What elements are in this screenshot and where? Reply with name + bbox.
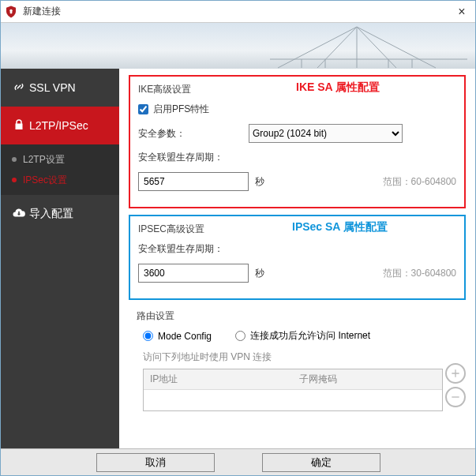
- ipsec-annotation: IPSec SA 属性配置: [292, 220, 388, 234]
- sidebar-item-import[interactable]: 导入配置: [1, 195, 119, 233]
- dot-icon: [12, 157, 17, 162]
- window-title: 新建连接: [23, 5, 448, 18]
- mode-config-option[interactable]: Mode Config: [143, 331, 212, 342]
- ike-lifetime-input[interactable]: [138, 172, 249, 191]
- sidebar-item-sslvpn[interactable]: SSL VPN: [1, 69, 119, 107]
- security-param-label: 安全参数：: [138, 127, 249, 141]
- svg-rect-1: [10, 11, 13, 13]
- mode-config-radio[interactable]: [143, 331, 153, 341]
- ipsec-range-hint: 范围：30-604800: [383, 267, 456, 280]
- col-ip: IP地址: [144, 369, 293, 389]
- pfs-checkbox[interactable]: [138, 104, 148, 114]
- ike-group: IKE高级设置 IKE SA 属性配置 启用PFS特性 安全参数： Group2…: [129, 75, 466, 208]
- sidebar-label-l2tp: L2TP/IPSec: [29, 119, 88, 132]
- shield-icon: [4, 5, 18, 19]
- content-panel: IKE高级设置 IKE SA 属性配置 启用PFS特性 安全参数： Group2…: [119, 69, 475, 448]
- bridge-art: [270, 24, 467, 69]
- banner: [1, 23, 475, 69]
- link-icon: [12, 80, 29, 96]
- minus-icon: [449, 391, 462, 403]
- sidebar-sub-ipsec[interactable]: IPSec设置: [12, 170, 119, 190]
- route-section: 路由设置 Mode Config 连接成功后允许访问 Internet 访问下列…: [129, 306, 466, 411]
- dot-icon: [12, 178, 17, 182]
- allow-internet-option[interactable]: 连接成功后允许访问 Internet: [235, 329, 370, 343]
- ipsec-lifetime-label: 安全联盟生存周期：: [138, 242, 249, 256]
- sidebar-label-import: 导入配置: [29, 207, 73, 221]
- cancel-button[interactable]: 取消: [96, 453, 215, 472]
- allow-internet-radio[interactable]: [235, 331, 245, 341]
- remove-route-button[interactable]: [445, 387, 466, 407]
- close-button[interactable]: ×: [448, 5, 475, 19]
- ike-range-hint: 范围：60-604800: [383, 175, 456, 189]
- plus-icon: [449, 367, 462, 380]
- ipsec-unit: 秒: [255, 267, 264, 280]
- ok-button[interactable]: 确定: [262, 453, 380, 472]
- sidebar-sub-l2tp[interactable]: L2TP设置: [12, 149, 119, 170]
- titlebar: 新建连接 ×: [1, 1, 475, 23]
- vpn-routes-label: 访问下列地址时使用 VPN 连接: [143, 350, 458, 364]
- routes-table: IP地址 子网掩码: [143, 369, 443, 411]
- security-param-select[interactable]: Group2 (1024 bit): [249, 124, 403, 143]
- ipsec-lifetime-input[interactable]: [138, 264, 249, 283]
- route-title: 路由设置: [137, 309, 458, 323]
- sidebar-label-sslvpn: SSL VPN: [29, 81, 76, 94]
- add-route-button[interactable]: [445, 363, 466, 384]
- sidebar: SSL VPN L2TP/IPSec L2TP设置 IPSec设置 导入配置: [1, 69, 119, 448]
- pfs-label: 启用PFS特性: [153, 103, 209, 116]
- sidebar-item-l2tp[interactable]: L2TP/IPSec: [1, 107, 119, 144]
- lock-icon: [12, 118, 29, 134]
- sidebar-submenu: L2TP设置 IPSec设置: [1, 144, 119, 195]
- col-mask: 子网掩码: [293, 369, 442, 389]
- ike-annotation: IKE SA 属性配置: [296, 81, 380, 95]
- ipsec-group: IPSEC高级设置 IPSec SA 属性配置 安全联盟生存周期： 秒 范围：3…: [129, 215, 466, 300]
- cloud-upload-icon: [12, 206, 29, 223]
- routes-body: [144, 390, 442, 410]
- footer: 取消 确定: [1, 448, 475, 475]
- ike-unit: 秒: [255, 175, 264, 189]
- ike-lifetime-label: 安全联盟生存周期：: [138, 151, 249, 164]
